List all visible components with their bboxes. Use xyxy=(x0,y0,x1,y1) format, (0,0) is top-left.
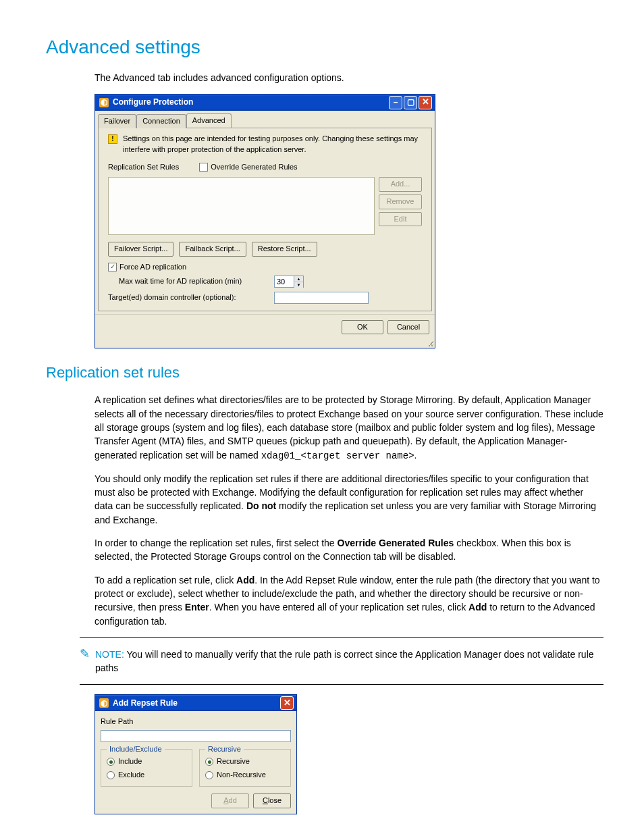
app-icon: ◐ xyxy=(99,698,109,708)
remove-button[interactable]: Remove xyxy=(379,194,422,209)
warning-icon: ! xyxy=(108,134,117,144)
recursive-radio[interactable] xyxy=(205,758,213,766)
maximize-button[interactable]: ▢ xyxy=(404,96,417,109)
force-ad-label: Force AD replication xyxy=(119,262,186,273)
intro-text: The Advanced tab includes advanced confi… xyxy=(95,71,603,84)
repset-titlebar: ◐ Add Repset Rule ✕ xyxy=(95,695,296,711)
rule-path-label: Rule Path xyxy=(101,716,291,727)
override-checkbox[interactable] xyxy=(199,163,208,172)
heading-replication-rules: Replication set rules xyxy=(46,362,603,384)
edit-button[interactable]: Edit xyxy=(379,212,422,227)
recursive-group: Recursive Recursive Non-Recursive xyxy=(199,749,291,787)
include-radio[interactable] xyxy=(107,758,115,766)
app-icon: ◐ xyxy=(99,98,109,107)
note-label: NOTE: xyxy=(95,649,124,660)
warning-text: Settings on this page are intended for t… xyxy=(123,134,422,155)
repset-close-button[interactable]: ✕ xyxy=(280,696,294,710)
add-repset-rule-window: ◐ Add Repset Rule ✕ Rule Path Include/Ex… xyxy=(95,694,297,814)
cancel-button[interactable]: Cancel xyxy=(387,320,429,335)
body-p2: You should only modify the replication s… xyxy=(95,472,603,527)
repset-title: Add Repset Rule xyxy=(113,698,178,709)
minimize-button[interactable]: – xyxy=(389,96,402,109)
rule-path-input[interactable] xyxy=(101,730,291,742)
configure-protection-window: ◐ Configure Protection – ▢ ✕ Failover Co… xyxy=(95,94,435,349)
override-label: Override Generated Rules xyxy=(211,162,297,173)
targeted-dc-label: Target(ed) domain controller (optional): xyxy=(108,292,267,303)
recursive-legend: Recursive xyxy=(205,744,244,755)
max-wait-label: Max wait time for AD replication (min) xyxy=(119,276,267,287)
targeted-dc-input[interactable] xyxy=(274,292,369,304)
exclude-radio[interactable] xyxy=(107,771,115,779)
tab-connection[interactable]: Connection xyxy=(136,114,186,128)
tab-panel: ! Settings on this page are intended for… xyxy=(98,128,432,311)
non-recursive-label: Non-Recursive xyxy=(217,770,266,781)
repset-close-button2[interactable]: Close xyxy=(253,793,291,808)
max-wait-input[interactable] xyxy=(275,276,294,287)
spinner-down-icon[interactable]: ▼ xyxy=(294,282,303,288)
tab-strip: Failover Connection Advanced xyxy=(95,111,435,128)
close-button[interactable]: ✕ xyxy=(419,96,432,109)
repset-add-button[interactable]: Add xyxy=(211,793,249,808)
ok-button[interactable]: OK xyxy=(342,320,383,335)
note-text: You will need to manually verify that th… xyxy=(95,649,594,673)
exclude-label: Exclude xyxy=(118,770,144,781)
note-icon: ✎ xyxy=(80,648,90,660)
tab-advanced[interactable]: Advanced xyxy=(186,113,232,128)
window-title: Configure Protection xyxy=(113,97,193,108)
rules-label: Replication Set Rules xyxy=(108,162,179,173)
rules-listbox[interactable] xyxy=(108,177,375,235)
include-label: Include xyxy=(118,756,142,767)
note-block: ✎ NOTE: You will need to manually verify… xyxy=(80,637,603,685)
spinner-up-icon[interactable]: ▲ xyxy=(294,276,303,283)
body-p4: To add a replication set rule, click Add… xyxy=(95,573,603,628)
body-p1: A replication set defines what directori… xyxy=(95,393,603,462)
tab-failover[interactable]: Failover xyxy=(98,114,136,128)
force-ad-checkbox[interactable]: ✓ xyxy=(108,263,117,271)
max-wait-spinner[interactable]: ▲▼ xyxy=(274,276,304,288)
recursive-label: Recursive xyxy=(217,756,250,767)
failover-script-button[interactable]: Failover Script... xyxy=(108,242,173,257)
heading-advanced-settings: Advanced settings xyxy=(46,34,603,61)
include-exclude-group: Include/Exclude Include Exclude xyxy=(101,749,192,787)
restore-script-button[interactable]: Restore Script... xyxy=(252,242,317,257)
include-exclude-legend: Include/Exclude xyxy=(107,744,165,755)
add-button[interactable]: Add... xyxy=(379,177,422,192)
non-recursive-radio[interactable] xyxy=(205,771,213,779)
body-p3: In order to change the replication set r… xyxy=(95,536,603,564)
titlebar: ◐ Configure Protection – ▢ ✕ xyxy=(95,95,435,111)
failback-script-button[interactable]: Failback Script... xyxy=(179,242,246,257)
resize-grip-icon[interactable] xyxy=(95,340,435,348)
